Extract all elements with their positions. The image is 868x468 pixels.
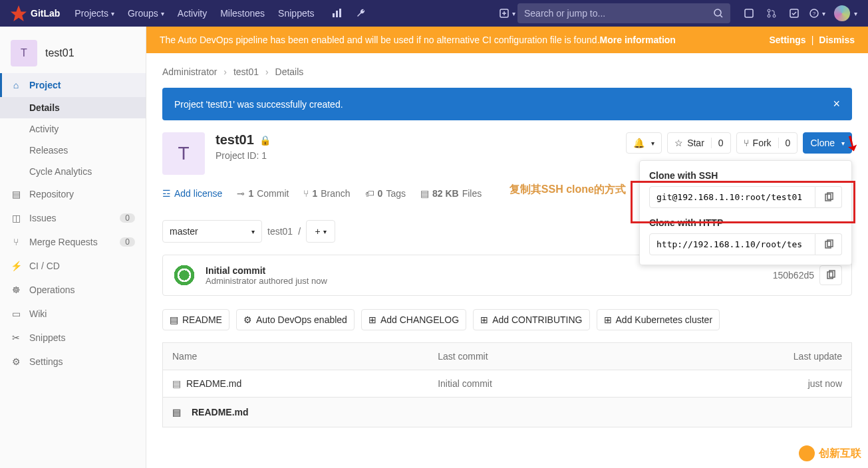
stat-files[interactable]: ▤ 82 KB Files xyxy=(420,188,482,199)
copy-icon xyxy=(825,270,836,281)
merge-requests-icon[interactable] xyxy=(761,3,782,24)
sidebar-item-project[interactable]: ⌂Project xyxy=(0,73,146,97)
svg-rect-2 xyxy=(339,9,341,17)
readme-filename: README.md xyxy=(192,407,249,417)
search-input[interactable] xyxy=(524,8,713,19)
branch-select[interactable]: master▾ xyxy=(162,220,262,243)
clone-button[interactable]: Clone▾ xyxy=(803,132,852,154)
nav-snippets[interactable]: Snippets xyxy=(271,0,321,27)
svg-rect-1 xyxy=(336,11,338,17)
project-avatar: T xyxy=(11,40,37,66)
project-name: test01 xyxy=(45,47,74,59)
plus-icon[interactable]: ▾ xyxy=(496,3,517,24)
star-button[interactable]: ☆Star0 xyxy=(667,132,730,154)
nav-activity[interactable]: Activity xyxy=(171,0,214,27)
help-icon[interactable]: ?▾ xyxy=(806,3,827,24)
file-commit[interactable]: Initial commit xyxy=(428,370,648,398)
add-changelog-button[interactable]: ⊞ Add CHANGELOG xyxy=(361,309,466,330)
issues-icon: ◫ xyxy=(11,213,21,223)
path-project[interactable]: test01 xyxy=(267,226,293,237)
devops-banner: The Auto DevOps pipeline has been enable… xyxy=(146,27,868,53)
auto-devops-button[interactable]: ⚙ Auto DevOps enabled xyxy=(236,309,355,330)
commit-author[interactable]: Administrator xyxy=(206,276,257,286)
table-row[interactable]: ▤README.md Initial commit just now xyxy=(163,370,852,398)
ops-icon: ☸ xyxy=(11,285,21,295)
project-title: test01 xyxy=(216,132,254,148)
user-avatar[interactable] xyxy=(834,5,850,21)
brand-text: GitLab xyxy=(31,8,60,19)
stat-tags[interactable]: 🏷 0 Tags xyxy=(365,188,406,199)
stat-commits[interactable]: ⊸ 1 Commit xyxy=(237,188,289,199)
admin-wrench-icon[interactable] xyxy=(351,3,372,24)
gitlab-logo[interactable]: GitLab xyxy=(11,5,60,21)
nav-projects[interactable]: Projects▾ xyxy=(68,0,121,27)
sidebar-item-snippets[interactable]: ✂Snippets xyxy=(0,326,146,350)
readme-button[interactable]: ▤ README xyxy=(162,309,229,330)
notification-button[interactable]: 🔔▾ xyxy=(626,132,662,154)
banner-text: The Auto DevOps pipeline has been enable… xyxy=(160,35,600,45)
sidebar: T test01 ⌂Project Details Activity Relea… xyxy=(0,27,146,468)
fork-button[interactable]: ⑂Fork0 xyxy=(736,132,798,154)
global-search[interactable] xyxy=(517,3,730,23)
stat-branches[interactable]: ⑂ 1 Branch xyxy=(303,188,350,199)
add-k8s-button[interactable]: ⊞ Add Kubernetes cluster xyxy=(597,309,720,330)
book-icon: ▭ xyxy=(11,308,21,319)
todos-icon[interactable] xyxy=(784,3,805,24)
breadcrumb-project[interactable]: test01 xyxy=(233,66,259,77)
activity-chart-icon[interactable] xyxy=(327,3,348,24)
gitlab-icon xyxy=(11,5,27,21)
clone-http-input[interactable] xyxy=(649,233,815,255)
annotation-text: 复制其SSH clone的方式 xyxy=(509,183,626,197)
commit-author-avatar xyxy=(172,263,196,287)
add-license-link[interactable]: ☲ Add license xyxy=(162,188,222,199)
copy-ssh-button[interactable] xyxy=(815,186,842,208)
add-contributing-button[interactable]: ⊞ Add CONTRIBUTING xyxy=(473,309,589,330)
breadcrumb-current: Details xyxy=(275,66,304,77)
svg-rect-0 xyxy=(333,13,335,17)
commit-title[interactable]: Initial commit xyxy=(206,265,327,276)
svg-point-8 xyxy=(773,15,776,17)
clone-ssh-input[interactable] xyxy=(649,186,815,208)
sidebar-item-issues[interactable]: ◫Issues0 xyxy=(0,206,146,230)
issues-icon[interactable] xyxy=(738,3,760,24)
sidebar-sub-releases[interactable]: Releases xyxy=(0,140,146,161)
mr-icon: ⑂ xyxy=(11,237,21,247)
star-icon: ☆ xyxy=(674,138,683,148)
sidebar-item-settings[interactable]: ⚙Settings xyxy=(0,350,146,374)
file-name[interactable]: README.md xyxy=(186,378,241,389)
banner-dismiss[interactable]: Dismiss xyxy=(819,35,855,45)
alert-close-icon[interactable]: × xyxy=(833,97,840,111)
banner-more-info[interactable]: More information xyxy=(600,35,676,45)
banner-settings[interactable]: Settings xyxy=(769,35,805,45)
sidebar-item-merge-requests[interactable]: ⑂Merge Requests0 xyxy=(0,230,146,254)
clone-dropdown: Clone with SSH Clone with HTTP xyxy=(639,160,852,265)
file-update: just now xyxy=(648,370,851,398)
sidebar-sub-activity[interactable]: Activity xyxy=(0,118,146,140)
nav-milestones[interactable]: Milestones xyxy=(214,0,271,27)
copy-sha-button[interactable] xyxy=(819,265,842,285)
nav-groups[interactable]: Groups▾ xyxy=(121,0,171,27)
clone-http-label: Clone with HTTP xyxy=(649,217,842,228)
breadcrumb: Administrator › test01 › Details xyxy=(162,61,852,88)
sidebar-item-operations[interactable]: ☸Operations xyxy=(0,278,146,302)
svg-point-4 xyxy=(714,9,721,16)
readme-panel-header: ▤ README.md xyxy=(162,398,852,427)
sidebar-item-repository[interactable]: ▤Repository xyxy=(0,182,146,206)
sidebar-item-wiki[interactable]: ▭Wiki xyxy=(0,302,146,326)
sidebar-sub-details[interactable]: Details xyxy=(0,97,146,118)
svg-point-6 xyxy=(768,9,770,12)
svg-point-7 xyxy=(768,15,770,17)
svg-rect-5 xyxy=(745,9,753,17)
sidebar-item-cicd[interactable]: ⚡CI / CD xyxy=(0,254,146,278)
copy-http-button[interactable] xyxy=(815,233,842,255)
sidebar-project-header[interactable]: T test01 xyxy=(0,33,146,73)
clone-ssh-label: Clone with SSH xyxy=(649,170,842,181)
breadcrumb-admin[interactable]: Administrator xyxy=(162,66,217,77)
repo-icon: ▤ xyxy=(11,189,21,199)
add-file-button[interactable]: + ▾ xyxy=(306,220,335,243)
commit-sha[interactable]: 150b62d5 xyxy=(773,270,814,281)
sidebar-sub-cycle-analytics[interactable]: Cycle Analytics xyxy=(0,161,146,182)
rocket-icon: ⚡ xyxy=(11,261,21,271)
quick-actions: ▤ README ⚙ Auto DevOps enabled ⊞ Add CHA… xyxy=(162,309,852,330)
success-alert: Project 'test01' was successfully create… xyxy=(162,88,852,120)
